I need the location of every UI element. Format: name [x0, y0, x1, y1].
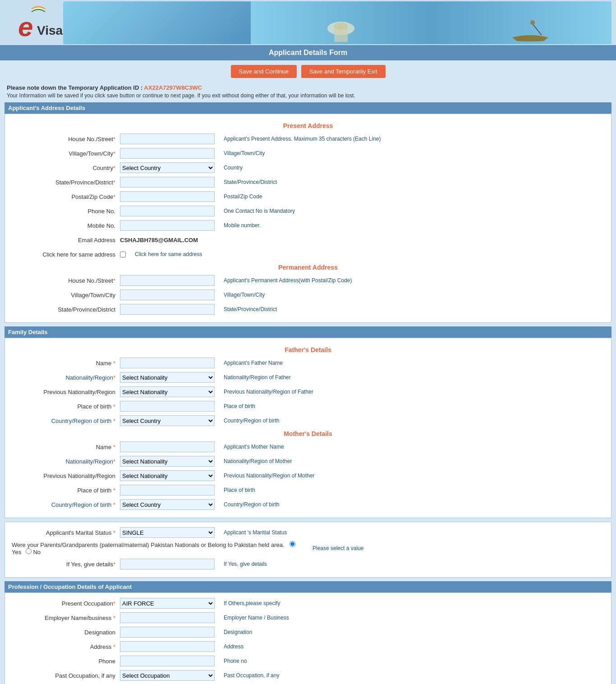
family-section-body: Father's Details Name * Applicant's Fath…	[5, 338, 611, 518]
present-village-input[interactable]	[120, 148, 215, 159]
same-address-checkbox[interactable]	[120, 252, 126, 257]
top-actions-bar: Save and Continue Save and Temporarily E…	[0, 60, 616, 83]
present-house-input[interactable]	[120, 133, 215, 144]
employer-input[interactable]	[120, 612, 215, 623]
present-phone-input[interactable]	[120, 206, 215, 216]
present-country-help: Country	[224, 165, 604, 171]
present-phone-label: Phone No.	[12, 208, 120, 215]
father-name-label: Name *	[12, 360, 120, 367]
pakistan-radio-group: Yes No	[12, 542, 295, 555]
pakistan-details-help: If Yes, give details	[224, 561, 604, 567]
employer-phone-input[interactable]	[120, 656, 215, 666]
permanent-state-row: State/Province/District State/Province/D…	[12, 303, 604, 315]
father-nationality-row: Nationality/Region* Select Nationality N…	[12, 372, 604, 383]
same-address-help: Click here for same address	[135, 251, 604, 257]
svg-rect-2	[251, 1, 611, 44]
logo-svg: e Visa	[5, 2, 63, 43]
pakistan-details-row: If Yes, give details* If Yes, give detai…	[12, 558, 604, 570]
permanent-state-input[interactable]	[120, 304, 215, 315]
present-email-label: Email Address	[12, 237, 120, 243]
permanent-house-row: House No./Street* Applicant's Permanent …	[12, 275, 604, 286]
present-postal-label: Postal/Zip Code*	[12, 193, 120, 200]
occupation-select[interactable]: AIR FORCE	[120, 598, 215, 609]
father-birth-place-label: Place of birth *	[12, 403, 120, 410]
permanent-village-input[interactable]	[120, 289, 215, 300]
save-exit-top-button[interactable]: Save and Temporarily Exit	[301, 65, 386, 78]
address-section-body: Present Address House No./Street* Applic…	[5, 114, 611, 323]
same-address-row: Click here for same address Click here f…	[12, 248, 604, 260]
header-banner	[63, 1, 611, 44]
mother-birth-place-input[interactable]	[120, 485, 215, 496]
father-nationality-select[interactable]: Select Nationality	[120, 372, 215, 383]
present-country-label: Country*	[12, 165, 120, 171]
father-birth-place-input[interactable]	[120, 401, 215, 412]
father-name-row: Name * Applicant's Father Name	[12, 357, 604, 369]
past-occupation-select[interactable]: Select Occupation	[120, 670, 215, 681]
employer-phone-help: Phone no	[224, 658, 604, 664]
permanent-village-row: Village/Town/City Village/Town/City	[12, 289, 604, 301]
mother-birth-place-row: Place of birth * Place of birth	[12, 484, 604, 496]
mother-prev-nationality-row: Previous Nationality/Region Select Natio…	[12, 470, 604, 482]
mother-birth-country-label: Country/Region of birth *	[12, 501, 120, 508]
pakistan-details-input[interactable]	[120, 559, 215, 569]
permanent-house-input[interactable]	[120, 275, 215, 286]
mother-birth-country-help: Country/Region of birth	[224, 501, 604, 508]
present-postal-input[interactable]	[120, 191, 215, 202]
present-postal-help: Postal/Zip Code	[224, 193, 604, 200]
mother-birth-country-select[interactable]: Select Country	[120, 499, 215, 510]
occupation-row: Present Occupation* AIR FORCE If Others,…	[12, 597, 604, 609]
marital-section-body: Applicant's Marital Status * SINGLE Appl…	[5, 522, 611, 578]
mother-name-label: Name *	[12, 444, 120, 450]
permanent-house-help: Applicant's Permanent Address(with Posta…	[224, 277, 604, 284]
present-mobile-label: Mobile No.	[12, 222, 120, 229]
marital-status-select[interactable]: SINGLE	[120, 527, 215, 538]
profession-section-body: Present Occupation* AIR FORCE If Others,…	[5, 592, 611, 684]
father-nationality-help: Nationality/Region of Father	[224, 374, 604, 381]
present-village-label: Village/Town/City*	[12, 150, 120, 157]
mother-birth-place-label: Place of birth *	[12, 487, 120, 494]
father-birth-country-select[interactable]: Select Country	[120, 415, 215, 426]
pakistan-no-radio[interactable]	[26, 548, 32, 554]
address-section: Applicant's Address Details Present Addr…	[5, 102, 611, 323]
father-name-input[interactable]	[120, 358, 215, 368]
notice-area: Please note down the Temporary Applicati…	[0, 83, 616, 102]
app-id-value: AX22A7297W8C3WC	[144, 84, 202, 91]
past-occupation-help: Past Occupation, if any	[224, 672, 604, 679]
present-email-value: CSHAJBH785@GMAIL.COM	[120, 237, 198, 243]
marital-status-help: Applicant 's Maritial Status	[224, 529, 604, 536]
mother-name-input[interactable]	[120, 441, 215, 452]
present-mobile-input[interactable]	[120, 220, 215, 231]
present-mobile-row: Mobile No. Mobile number.	[12, 220, 604, 231]
present-house-help: Applicant's Present Address. Maximum 35 …	[224, 136, 604, 142]
permanent-village-label: Village/Town/City	[12, 292, 120, 298]
present-state-input[interactable]	[120, 177, 215, 188]
designation-row: Designation Designation	[12, 626, 604, 638]
designation-input[interactable]	[120, 627, 215, 638]
father-prev-nationality-label: Previous Nationality/Region	[12, 389, 120, 395]
pakistan-yes-radio[interactable]	[290, 541, 295, 547]
employer-address-input[interactable]	[120, 641, 215, 652]
marital-section: Applicant's Marital Status * SINGLE Appl…	[5, 522, 611, 578]
mother-nationality-select[interactable]: Select Nationality	[120, 456, 215, 467]
logo-area: e Visa	[5, 2, 63, 43]
father-prev-nationality-select[interactable]: Select Nationality	[120, 386, 215, 397]
permanent-state-label: State/Province/District	[12, 306, 120, 313]
mother-name-row: Name * Applicant's Mother Name	[12, 441, 604, 453]
save-continue-top-button[interactable]: Save and Continue	[231, 65, 297, 78]
father-birth-place-help: Place of birth	[224, 403, 604, 409]
same-address-label: Click here for same address	[12, 251, 120, 258]
present-postal-row: Postal/Zip Code* Postal/Zip Code	[12, 191, 604, 202]
mother-prev-nationality-select[interactable]: Select Nationality	[120, 470, 215, 481]
employer-row: Employer Name/business * Employer Name /…	[12, 612, 604, 624]
family-section: Family Details Father's Details Name * A…	[5, 326, 611, 518]
mother-birth-country-row: Country/Region of birth * Select Country…	[12, 499, 604, 510]
present-mobile-help: Mobile number.	[224, 222, 604, 229]
profession-section: Profession / Occupation Details of Appli…	[5, 581, 611, 684]
present-phone-help: One Contact No is Mandatory	[224, 208, 604, 214]
past-occupation-row: Past Occupation, if any Select Occupatio…	[12, 670, 604, 681]
mother-prev-nationality-help: Previous Nationality/Region of Mother	[224, 473, 604, 479]
present-country-select[interactable]: Select Country	[120, 162, 215, 173]
pakistan-question-row: Were your Parents/Grandparents (paternal…	[12, 541, 604, 555]
family-section-header: Family Details	[5, 326, 611, 338]
mother-nationality-label: Nationality/Region*	[12, 458, 120, 465]
